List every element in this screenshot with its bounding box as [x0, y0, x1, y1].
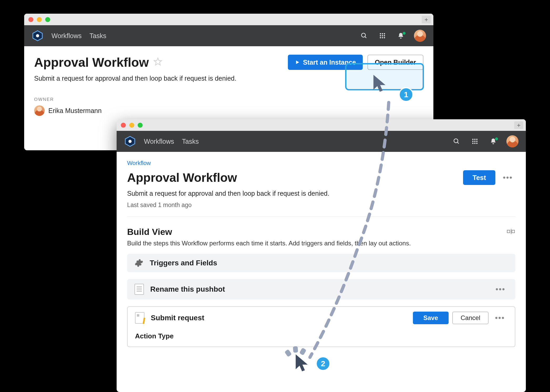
svg-point-9	[384, 35, 385, 37]
svg-point-4	[380, 33, 381, 34]
owner-row: Erika Mustermann	[34, 105, 423, 116]
svg-line-3	[365, 37, 366, 38]
gear-icon	[134, 259, 143, 267]
svg-point-24	[476, 141, 478, 142]
svg-point-23	[474, 141, 476, 142]
last-saved-text: Last saved 1 month ago	[127, 202, 515, 209]
notifications-icon[interactable]	[488, 138, 499, 145]
start-instance-button[interactable]: Start an Instance	[288, 55, 363, 70]
cursor-icon	[294, 354, 312, 375]
submit-request-card[interactable]: Submit request Save Cancel ••• Action Ty…	[127, 306, 515, 347]
open-builder-button[interactable]: Open Builder	[367, 55, 423, 70]
svg-point-16	[128, 140, 132, 143]
submit-request-label: Submit request	[151, 314, 204, 322]
svg-point-6	[384, 33, 385, 34]
builder-title: Approval Workflow	[127, 171, 237, 185]
save-button[interactable]: Save	[413, 312, 449, 324]
divider	[127, 216, 515, 217]
action-more-icon[interactable]: •••	[492, 313, 507, 322]
svg-rect-30	[512, 230, 515, 233]
svg-marker-14	[296, 60, 299, 64]
notification-dot	[495, 137, 498, 140]
form-icon	[135, 312, 144, 324]
page-title: Approval Workflow	[34, 55, 149, 70]
test-button[interactable]: Test	[463, 170, 496, 185]
close-window-icon[interactable]	[121, 123, 126, 128]
document-icon	[134, 284, 144, 295]
card-more-icon[interactable]: •••	[493, 285, 508, 294]
minimize-window-icon[interactable]	[37, 17, 42, 22]
svg-point-7	[380, 35, 381, 37]
open-builder-label: Open Builder	[375, 59, 416, 66]
triggers-and-fields-card[interactable]: Triggers and Fields	[127, 254, 515, 272]
start-instance-label: Start an Instance	[303, 59, 356, 66]
top-nav: Workflows Tasks	[117, 131, 526, 152]
breadcrumb-workflow[interactable]: Workflow	[127, 160, 515, 167]
window-workflow-builder: + Workflows Tasks Workflow Approval Work…	[117, 119, 526, 392]
svg-point-5	[382, 33, 383, 34]
maximize-window-icon[interactable]	[138, 123, 143, 128]
action-type-label: Action Type	[135, 332, 507, 340]
svg-point-22	[472, 141, 474, 142]
owner-label: OWNER	[34, 97, 423, 102]
more-menu-icon[interactable]: •••	[500, 173, 515, 182]
triggers-fields-label: Triggers and Fields	[150, 259, 217, 267]
step-1-number: 1	[404, 90, 408, 99]
step-2-number: 2	[321, 359, 325, 368]
rename-pushbot-card[interactable]: Rename this pushbot •••	[127, 279, 515, 300]
annotation-step-1-badge: 1	[399, 87, 413, 102]
titlebar: +	[117, 119, 526, 131]
svg-point-21	[476, 139, 478, 140]
app-logo-icon[interactable]	[124, 135, 136, 147]
user-avatar[interactable]	[506, 135, 518, 147]
apps-grid-icon[interactable]	[470, 138, 480, 145]
svg-point-10	[380, 37, 381, 38]
notifications-icon[interactable]	[396, 32, 406, 39]
build-view-title: Build View	[127, 227, 172, 237]
app-logo-icon[interactable]	[32, 30, 44, 42]
builder-description: Submit a request for approval and then l…	[127, 190, 515, 197]
favorite-star-icon[interactable]	[153, 57, 162, 67]
close-window-icon[interactable]	[28, 17, 33, 22]
search-icon[interactable]	[451, 138, 462, 145]
svg-rect-28	[507, 230, 510, 233]
traffic-lights	[121, 123, 143, 128]
cursor-icon	[372, 74, 390, 96]
svg-point-25	[472, 143, 474, 144]
search-icon[interactable]	[359, 32, 369, 39]
titlebar: +	[24, 14, 433, 25]
svg-point-26	[474, 143, 476, 144]
svg-point-27	[476, 143, 478, 144]
svg-line-18	[457, 142, 459, 143]
svg-point-11	[382, 37, 383, 38]
new-tab-button[interactable]: +	[422, 16, 431, 23]
svg-point-17	[454, 139, 458, 143]
user-avatar[interactable]	[414, 30, 426, 42]
minimize-window-icon[interactable]	[129, 123, 134, 128]
annotation-step-2-badge: 2	[316, 356, 330, 371]
svg-point-12	[384, 37, 385, 38]
play-icon	[295, 60, 300, 65]
svg-point-19	[472, 139, 474, 140]
nav-tasks[interactable]: Tasks	[182, 138, 199, 145]
apps-grid-icon[interactable]	[377, 32, 388, 39]
rename-pushbot-label: Rename this pushbot	[150, 285, 225, 293]
build-view-subtitle: Build the steps this Workflow performs e…	[127, 240, 515, 247]
workflow-description: Submit a request for approval and then l…	[34, 75, 423, 82]
owner-name: Erika Mustermann	[48, 107, 102, 115]
svg-marker-13	[154, 58, 162, 65]
nav-workflows[interactable]: Workflows	[144, 138, 174, 145]
top-nav: Workflows Tasks	[24, 25, 433, 46]
rename-icon[interactable]	[506, 228, 515, 236]
nav-tasks[interactable]: Tasks	[90, 32, 106, 40]
new-tab-button[interactable]: +	[514, 121, 523, 129]
svg-point-20	[474, 139, 476, 140]
cancel-button[interactable]: Cancel	[452, 312, 489, 324]
nav-workflows[interactable]: Workflows	[51, 32, 82, 40]
traffic-lights	[28, 17, 50, 22]
svg-point-8	[382, 35, 383, 37]
notification-dot	[403, 32, 406, 35]
owner-avatar[interactable]	[34, 105, 45, 116]
svg-point-1	[36, 34, 39, 37]
maximize-window-icon[interactable]	[45, 17, 50, 22]
